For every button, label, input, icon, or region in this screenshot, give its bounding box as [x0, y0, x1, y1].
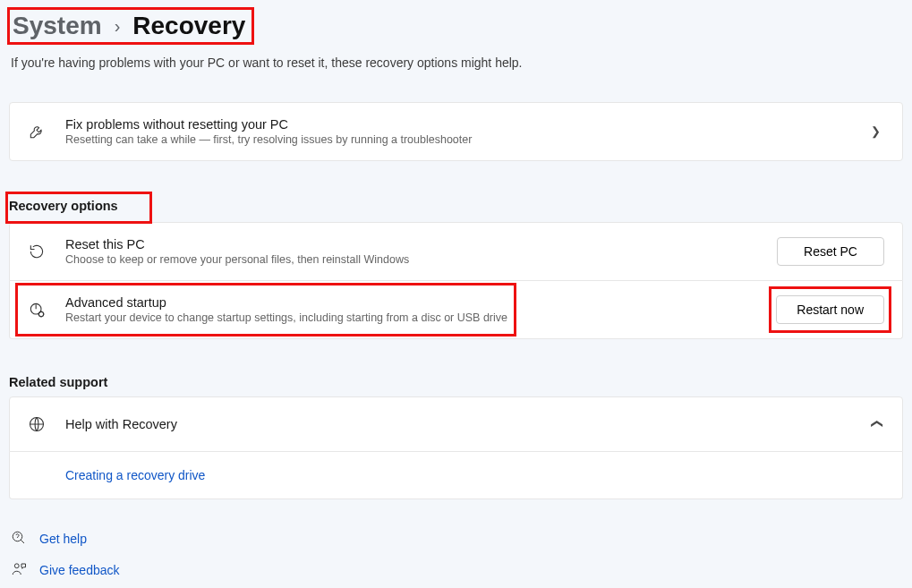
globe-icon	[26, 415, 47, 433]
restart-now-button[interactable]: Restart now	[776, 295, 884, 324]
creating-recovery-drive-link[interactable]: Creating a recovery drive	[65, 468, 205, 482]
page-subtitle: If you're having problems with your PC o…	[11, 55, 901, 70]
help-with-recovery-row[interactable]: Help with Recovery ❯	[9, 396, 903, 452]
reset-pc-title: Reset this PC	[65, 237, 759, 251]
advanced-startup-title: Advanced startup	[65, 295, 758, 310]
chevron-right-icon: ›	[115, 15, 121, 37]
breadcrumb-parent[interactable]: System	[13, 11, 102, 41]
chevron-right-icon: ❯	[867, 124, 884, 138]
get-help-link[interactable]: Get help	[39, 532, 87, 546]
advanced-startup-desc: Restart your device to change startup se…	[65, 311, 758, 324]
help-with-recovery-expanded: Creating a recovery drive	[9, 452, 903, 499]
reset-pc-row: Reset this PC Choose to keep or remove y…	[9, 222, 903, 281]
fix-problems-row[interactable]: Fix problems without resetting your PC R…	[9, 102, 903, 161]
power-gear-icon	[26, 301, 47, 319]
wrench-icon	[26, 123, 47, 141]
svg-point-3	[13, 532, 22, 541]
advanced-startup-row: Advanced startup Restart your device to …	[9, 281, 903, 339]
reset-pc-desc: Choose to keep or remove your personal f…	[65, 253, 759, 266]
fix-problems-title: Fix problems without resetting your PC	[65, 117, 849, 132]
help-with-recovery-title: Help with Recovery	[65, 417, 849, 431]
recovery-options-label: Recovery options	[9, 199, 118, 213]
feedback-icon	[11, 561, 27, 580]
svg-point-1	[38, 311, 43, 316]
get-help-row[interactable]: Get help	[11, 530, 903, 549]
breadcrumb: System › Recovery	[9, 9, 249, 43]
reset-pc-button[interactable]: Reset PC	[777, 237, 884, 266]
svg-point-4	[14, 563, 19, 567]
related-support-label: Related support	[9, 375, 903, 389]
reset-icon	[26, 243, 47, 260]
breadcrumb-current: Recovery	[132, 11, 245, 41]
give-feedback-row[interactable]: Give feedback	[11, 561, 903, 580]
help-icon	[11, 530, 27, 549]
give-feedback-link[interactable]: Give feedback	[39, 563, 120, 577]
chevron-up-icon: ❯	[869, 415, 882, 432]
fix-problems-desc: Resetting can take a while — first, try …	[65, 133, 849, 146]
